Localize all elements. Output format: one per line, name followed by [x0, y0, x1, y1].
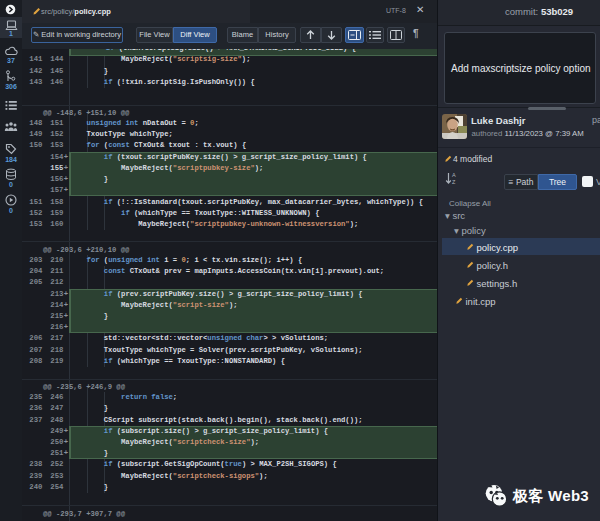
svg-text:A: A	[452, 172, 456, 178]
svg-text:Z: Z	[452, 179, 456, 185]
